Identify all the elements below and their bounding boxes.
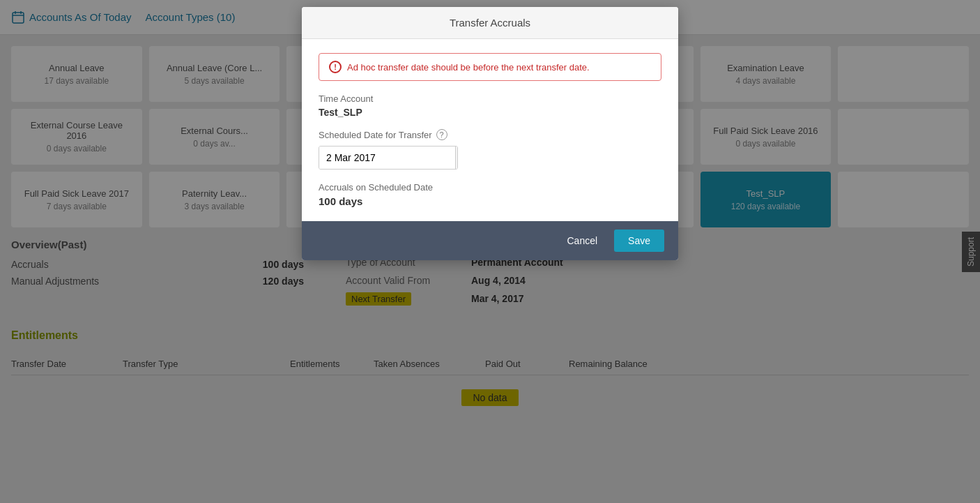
- time-account-modal-value: Test_SLP: [319, 107, 661, 118]
- date-input[interactable]: [319, 147, 455, 169]
- modal-footer: Cancel Save: [302, 221, 678, 260]
- accruals-scheduled-value: 100 days: [319, 195, 661, 207]
- alert-box: ! Ad hoc transfer date should be before …: [319, 53, 661, 81]
- modal-header: Transfer Accruals: [302, 7, 678, 39]
- alert-icon: !: [329, 61, 342, 73]
- modal-body: ! Ad hoc transfer date should be before …: [302, 39, 678, 221]
- modal-overlay: Transfer Accruals ! Ad hoc transfer date…: [0, 0, 980, 503]
- cancel-button[interactable]: Cancel: [557, 231, 607, 250]
- time-account-modal-label: Time Account: [319, 93, 661, 104]
- calendar-picker-button[interactable]: [455, 147, 458, 169]
- date-input-row[interactable]: [319, 146, 458, 170]
- alert-text: Ad hoc transfer date should be before th…: [347, 62, 590, 73]
- accruals-scheduled-label: Accruals on Scheduled Date: [319, 182, 661, 193]
- help-icon[interactable]: ?: [436, 129, 447, 140]
- save-button[interactable]: Save: [614, 230, 664, 252]
- transfer-accruals-modal: Transfer Accruals ! Ad hoc transfer date…: [302, 7, 678, 260]
- page-background: Accounts As Of Today Account Types (10) …: [0, 0, 980, 503]
- modal-title: Transfer Accruals: [450, 17, 530, 29]
- scheduled-date-label: Scheduled Date for Transfer ?: [319, 129, 661, 140]
